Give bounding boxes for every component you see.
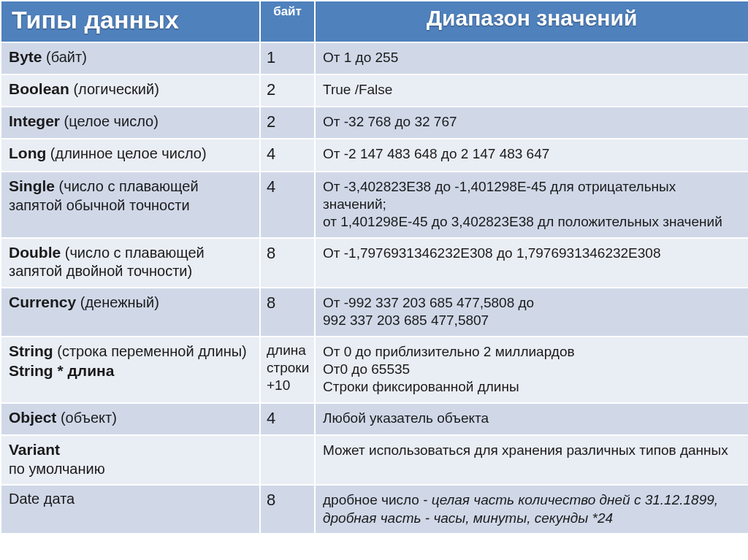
cell-range: Любой указатель объекта	[315, 403, 748, 435]
cell-bytes: 8	[260, 288, 315, 337]
cell-range: True /False	[315, 74, 748, 107]
cell-type: Integer (целое число)	[1, 107, 260, 139]
table-row: String (строка переменной длины)String *…	[1, 337, 748, 403]
cell-bytes: 2	[260, 107, 315, 139]
cell-bytes: длина строки +10	[260, 337, 315, 403]
cell-range: От -992 337 203 685 477,5808 до992 337 2…	[315, 288, 748, 337]
table-header-row: Типы данных байт Диапазон значений	[1, 1, 748, 42]
table-row: Boolean (логический) 2 True /False	[1, 74, 748, 107]
data-types-table: Типы данных байт Диапазон значений Byte …	[0, 0, 748, 534]
cell-bytes: 1	[260, 42, 315, 74]
cell-type: Date дата	[1, 485, 260, 534]
cell-range: От 0 до приблизительно 2 миллиардовОт0 д…	[315, 337, 748, 403]
cell-type: String (строка переменной длины)String *…	[1, 337, 260, 403]
cell-type: Currency (денежный)	[1, 288, 260, 337]
cell-bytes: 8	[260, 238, 315, 288]
header-bytes: байт	[260, 1, 315, 42]
cell-bytes: 4	[260, 403, 315, 435]
cell-range: От -32 768 до 32 767	[315, 107, 748, 139]
cell-bytes: 2	[260, 74, 315, 107]
cell-bytes: 4	[260, 139, 315, 171]
table-row: Integer (целое число) 2 От -32 768 до 32…	[1, 107, 748, 139]
table-row: Date дата 8 дробное число - целая часть …	[1, 485, 748, 534]
table-row: Variantпо умолчанию Может использоваться…	[1, 435, 748, 485]
cell-type: Long (длинное целое число)	[1, 139, 260, 171]
cell-range: От -3,402823Е38 до -1,401298Е-45 для отр…	[315, 172, 748, 238]
table-row: Currency (денежный) 8 От -992 337 203 68…	[1, 288, 748, 337]
cell-bytes: 4	[260, 172, 315, 238]
header-range: Диапазон значений	[315, 1, 748, 42]
cell-type: Byte (байт)	[1, 42, 260, 74]
header-types: Типы данных	[1, 1, 260, 42]
table-row: Object (объект) 4 Любой указатель объект…	[1, 403, 748, 435]
cell-range: Может использоваться для хранения различ…	[315, 435, 748, 485]
cell-range: От 1 до 255	[315, 42, 748, 74]
table-row: Byte (байт) 1 От 1 до 255	[1, 42, 748, 74]
table-row: Single (число с плавающей запятой обычно…	[1, 172, 748, 238]
cell-type: Object (объект)	[1, 403, 260, 435]
cell-bytes	[260, 435, 315, 485]
cell-type: Boolean (логический)	[1, 74, 260, 107]
cell-range: дробное число - целая часть количество д…	[315, 485, 748, 534]
cell-type: Single (число с плавающей запятой обычно…	[1, 172, 260, 238]
table-row: Long (длинное целое число) 4 От -2 147 4…	[1, 139, 748, 171]
cell-bytes: 8	[260, 485, 315, 534]
cell-range: От -1,7976931346232Е308 до 1,79769313462…	[315, 238, 748, 288]
cell-range: От -2 147 483 648 до 2 147 483 647	[315, 139, 748, 171]
cell-type: Variantпо умолчанию	[1, 435, 260, 485]
table-row: Double (число с плавающей запятой двойно…	[1, 238, 748, 288]
cell-type: Double (число с плавающей запятой двойно…	[1, 238, 260, 288]
